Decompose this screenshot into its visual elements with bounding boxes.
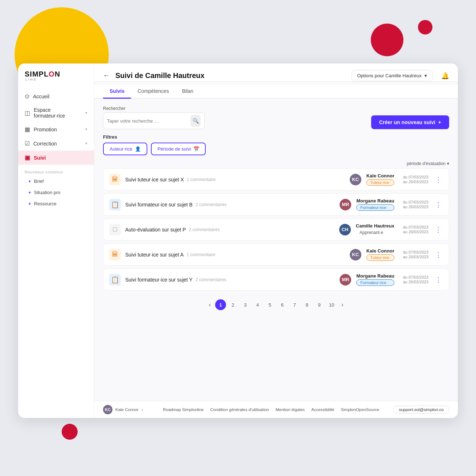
footer-link-roadmap[interactable]: Roadmap Simplonline: [163, 407, 204, 412]
filter-buttons: Auteur·rice 👤 Période de suivi 📅: [103, 143, 449, 155]
deco-red-large-circle: [371, 24, 403, 56]
search-row: Rechercher 🔍 Créer un nouveau suivi +: [103, 106, 449, 129]
sidebar-label-suivi: Suivi: [34, 155, 46, 161]
table-row: 🏛 Suivi tuteur·ice sur sujet X 1 comment…: [103, 168, 449, 190]
promotion-icon: ▦: [25, 126, 30, 133]
sidebar-item-promotion[interactable]: ▦ Promotion ▾: [18, 122, 94, 136]
create-suivi-button[interactable]: Créer un nouveau suivi +: [371, 115, 449, 129]
footer: KC Kale Connor › Roadmap Simplonline Con…: [94, 401, 458, 418]
date-to: au 26/03/2023: [403, 230, 428, 234]
suivi-name-area: Auto-évaluation sur sujet P 2 commentair…: [125, 227, 335, 233]
plus-icon: +: [28, 178, 31, 184]
tab-bilan[interactable]: Bilan: [176, 85, 200, 99]
suivi-title: Suivi formateur·ice sur sujet Y: [125, 277, 193, 283]
page-button-3[interactable]: 3: [240, 299, 251, 310]
person-info: Camille Hautreux Apprenant·e: [356, 223, 394, 236]
person-name: Morgane Rabeau: [356, 273, 394, 279]
suivi-meta: MR Morgane Rabeau Formateur·rice du 07/0…: [340, 273, 443, 286]
date-range: du 07/03/2023 au 26/03/2023: [399, 225, 428, 234]
footer-link-cgu[interactable]: Condition générales d'utilisation: [210, 407, 269, 412]
sidebar-label-promotion: Promotion: [34, 127, 57, 132]
logo-simplon-part: SIMPLON: [25, 70, 60, 78]
person-info: Kale Connor Tuteur·rice: [366, 248, 394, 261]
page-button-6[interactable]: 6: [277, 299, 288, 310]
more-options-button[interactable]: ⋮: [434, 274, 443, 285]
prev-page-button[interactable]: ‹: [206, 300, 214, 309]
more-options-button[interactable]: ⋮: [434, 199, 443, 210]
date-range: du 07/03/2023 au 26/03/2023: [399, 250, 428, 259]
filter-periode[interactable]: Période de suivi 📅: [151, 143, 206, 155]
avatar: MR: [340, 274, 351, 286]
suivi-comments: 2 commentaires: [196, 277, 226, 282]
options-label: Options pour Camille Hautreux: [357, 73, 422, 78]
suivi-row-icon: 🏛: [109, 249, 121, 260]
search-button[interactable]: 🔍: [190, 115, 201, 127]
logo-text: SIMPLON: [25, 70, 60, 78]
page-button-1[interactable]: 1: [215, 299, 226, 310]
tabs-bar: Suivis Compétences Bilan: [94, 85, 458, 99]
sidebar-item-suivi[interactable]: ▣ Suivi: [18, 151, 94, 165]
filter-auteur[interactable]: Auteur·rice 👤: [103, 143, 147, 155]
status-badge: Formateur·rice: [356, 204, 394, 211]
sidebar-subitem-brief[interactable]: + Brief: [18, 176, 94, 187]
suivi-meta: CH Camille Hautreux Apprenant·e du 07/03…: [339, 223, 443, 236]
avatar: CH: [339, 224, 351, 235]
bell-icon[interactable]: 🔔: [441, 72, 449, 80]
main-content: ← Suivi de Camille Hautreux Options pour…: [94, 63, 458, 418]
tab-competences[interactable]: Compétences: [131, 85, 175, 99]
content-area: Rechercher 🔍 Créer un nouveau suivi + Fi…: [94, 99, 458, 401]
date-from: du 07/03/2023: [403, 175, 428, 179]
sidebar-item-espace-formateur[interactable]: ◫ Espace formateur·rice ▾: [18, 103, 94, 122]
chevron-icon: ▾: [85, 141, 87, 146]
table-row: 📋 Suivi formateur·ice sur sujet Y 2 comm…: [103, 268, 449, 291]
search-input-wrap: 🔍: [103, 112, 205, 129]
table-row: 🏛 Suivi tuteur·ice sur sujet A 1 comment…: [103, 243, 449, 266]
sidebar-subitem-situation-pro[interactable]: + Situation pro: [18, 187, 94, 198]
page-button-8[interactable]: 8: [301, 299, 312, 310]
page-button-9[interactable]: 9: [314, 299, 325, 310]
footer-link-mentions[interactable]: Mention légales: [275, 407, 305, 412]
suivi-row-icon: 📋: [109, 199, 121, 210]
person-info: Kale Connor Tuteur·rice: [366, 173, 394, 186]
page-button-10[interactable]: 10: [326, 299, 337, 310]
footer-support-email[interactable]: support-sol@simplon.co: [393, 406, 449, 414]
suivi-comments: 1 commentaire: [186, 252, 215, 257]
suivi-title: Suivi tuteur·ice sur sujet A: [125, 252, 184, 258]
sidebar-item-accueil[interactable]: ⊙ Accueil: [18, 89, 94, 103]
suivi-comments: 1 commentaire: [187, 177, 216, 182]
status-badge: Tuteur·rice: [366, 179, 394, 186]
date-range: du 07/03/2023 au 26/03/2023: [399, 175, 428, 184]
suivi-meta: KC Kale Connor Tuteur·rice du 07/03/2023…: [350, 173, 443, 186]
page-button-4[interactable]: 4: [252, 299, 263, 310]
more-options-button[interactable]: ⋮: [434, 249, 443, 260]
page-button-2[interactable]: 2: [227, 299, 238, 310]
status-badge: Tuteur·rice: [366, 254, 394, 261]
chevron-icon: ▾: [85, 127, 87, 132]
chevron-down-icon: ▾: [424, 73, 427, 78]
sidebar: SIMPLON LINE ⊙ Accueil ◫ Espace formateu…: [18, 63, 94, 418]
date-from: du 07/03/2023: [403, 200, 428, 204]
search-input[interactable]: [107, 118, 188, 124]
suivi-meta: MR Morgane Rabeau Formateur·rice du 07/0…: [340, 198, 443, 211]
sidebar-item-correction[interactable]: ☑ Correction ▾: [18, 136, 94, 151]
logo-line: LINE: [25, 78, 37, 81]
sidebar-subitem-ressource[interactable]: + Ressource: [18, 198, 94, 209]
dropdown-arrow-icon[interactable]: ▾: [447, 161, 449, 166]
status-badge: Apprenant·e: [356, 229, 394, 236]
back-button[interactable]: ←: [103, 72, 110, 79]
footer-link-accessibilite[interactable]: Accessibilité: [311, 407, 334, 412]
options-dropdown[interactable]: Options pour Camille Hautreux ▾: [352, 70, 432, 81]
more-options-button[interactable]: ⋮: [434, 174, 443, 185]
page-button-7[interactable]: 7: [289, 299, 300, 310]
next-page-button[interactable]: ›: [338, 300, 346, 309]
filter-periode-label: Période de suivi: [157, 146, 191, 152]
footer-link-opensource[interactable]: SimplonOpenSource: [341, 407, 379, 412]
more-options-button[interactable]: ⋮: [434, 224, 443, 235]
person-name: Kale Connor: [366, 248, 394, 254]
footer-chevron-icon[interactable]: ›: [141, 407, 143, 412]
tab-suivis[interactable]: Suivis: [103, 85, 131, 99]
footer-avatar: KC: [103, 405, 112, 414]
page-button-5[interactable]: 5: [264, 299, 275, 310]
person-name: Kale Connor: [366, 173, 394, 178]
suivi-comments: 2 commentaires: [196, 202, 226, 207]
